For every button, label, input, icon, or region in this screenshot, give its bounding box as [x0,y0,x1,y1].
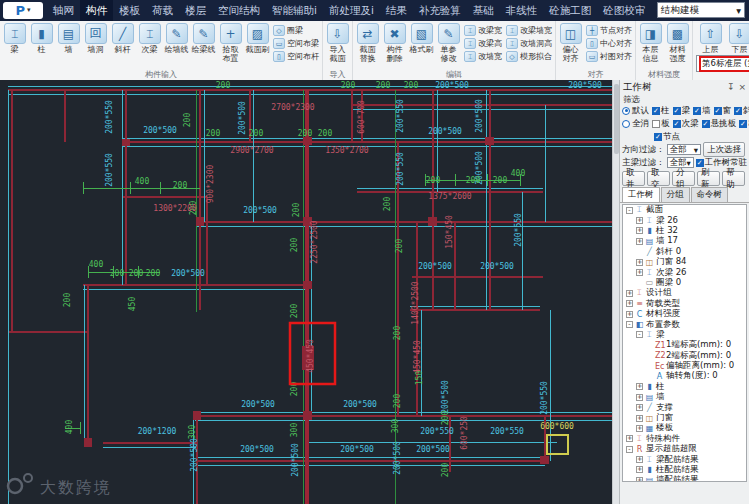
tree-node[interactable]: +C材料强度 [623,309,746,319]
ribbon-button-偏心[interactable]: ◫偏心 对齐 [557,22,584,63]
panel-tab-分组[interactable]: 分组 [661,187,690,202]
tree-expander[interactable]: + [636,456,643,463]
checkbox-节点[interactable]: ✓节点 [654,131,680,143]
panel-button-取交[interactable]: 取交 [647,171,670,186]
tree-node[interactable]: ▭圈梁 0 [623,278,746,288]
ribbon-button-墙[interactable]: ▤墙 [55,22,82,54]
tree-expander[interactable]: + [636,404,643,411]
checkbox-梁[interactable]: ✓梁 [673,105,691,117]
tree-node[interactable]: +▮柱 32 [623,226,746,236]
tree-expander[interactable]: + [636,217,643,224]
ribbon-button-本层[interactable]: ◨本层 信息 [637,22,664,63]
drawing-canvas[interactable]: 200200200200200*500200*500200*550200*500… [0,80,612,504]
tree-expander[interactable]: + [626,311,633,318]
ribbon-button-绘梁线[interactable]: ✎绘梁线 [190,22,217,54]
ribbon-button-衬图对齐[interactable]: ▭衬图对齐 [586,50,632,63]
ribbon-button-空间布杆[interactable]: ▯空间布杆 [273,50,319,63]
menu-tab-1[interactable]: 轴网 [47,0,80,21]
ribbon-button-构件[interactable]: ✖构件 删除 [381,22,408,63]
checkbox-次梁[interactable]: ✓次梁 [673,118,699,130]
ribbon-button-导入[interactable]: ⇩导入 截面 [324,22,351,63]
tree-node[interactable]: +▤墙 17 [623,236,746,246]
tree-expander[interactable]: + [636,238,643,245]
ribbon-button-单参[interactable]: ✎单参 修改 [435,22,462,63]
tree-expander[interactable]: + [626,290,633,297]
radio-默认[interactable]: 默认 [622,105,649,117]
tree-node[interactable]: +╱支撑 [623,402,746,412]
tree-node[interactable]: +◫门窗 [623,413,746,423]
tree-node[interactable]: +⌶次梁 26 [623,267,746,277]
ribbon-button-绘墙线[interactable]: ✎绘墙线 [163,22,190,54]
tree-expander[interactable]: + [636,394,643,401]
menu-tab-8[interactable]: 前处理及i [323,0,380,21]
radio-全消[interactable]: 全消 [622,118,649,130]
tree-expander[interactable]: - [626,321,633,328]
tree-node[interactable]: +⌶梁 26 [623,215,746,225]
panel-button-刷新[interactable]: 刷新 [697,171,720,186]
ribbon-button-模形拟合[interactable]: ◇模形拟合 [506,50,552,63]
menu-tab-10[interactable]: 补充验算 [413,0,467,21]
panel-tab-命令树[interactable]: 命令树 [691,187,729,202]
ribbon-button-改墙洞高[interactable]: ⌶改墙洞高 [506,37,552,50]
menu-tab-9[interactable]: 结果 [380,0,413,21]
ribbon-button-中心对齐[interactable]: ▯中心对齐 [586,37,632,50]
panel-tab-工作树[interactable]: 工作树 [622,187,660,202]
ribbon-button-截面[interactable]: ⇄截面 替换 [354,22,381,63]
tree-expander[interactable]: + [636,269,643,276]
ribbon-button-墙洞[interactable]: 回墙洞 [82,22,109,54]
ribbon-button-次梁[interactable]: ⌶次梁 [136,22,163,54]
tree-node[interactable]: +⌶设计组 [623,288,746,298]
tree-expander[interactable]: + [626,435,633,442]
tree-node[interactable]: -⌶截面 [623,205,746,215]
tree-expander[interactable]: + [636,415,643,422]
ribbon-button-梁[interactable]: ⌶梁 [1,22,28,54]
tree-node[interactable]: +▤墙 [623,392,746,402]
ribbon-button-改墙宽[interactable]: ⌶改墙宽 [464,50,502,63]
panel-button-帮助[interactable]: 帮助 [722,171,745,186]
menu-tab-12[interactable]: 非线性 [500,0,544,21]
checkbox-悬挑板[interactable]: ✓悬挑板 [702,118,737,130]
tree-node[interactable]: -◧布置参数 [623,319,746,329]
mode-selector[interactable]: 结构建模 ▾ [657,2,745,18]
pin-icon[interactable]: ↧ [727,82,735,92]
menu-tab-4[interactable]: 荷载 [146,0,179,21]
tree-expander[interactable]: + [636,259,643,266]
ribbon-button-圈梁[interactable]: ◇圈梁 [273,24,319,37]
tree-node[interactable]: +▮柱 [623,382,746,392]
checkbox-窗[interactable]: ✓窗 [714,105,732,117]
tree-expander[interactable]: + [636,383,643,390]
menu-tab-6[interactable]: 空间结构 [212,0,266,21]
tree-expander[interactable]: + [626,300,633,307]
ribbon-button-斜杆[interactable]: ╱斜杆 [109,22,136,54]
floor-button-下层[interactable]: ⇩下层 [725,22,749,54]
panel-button-取并[interactable]: 取并 [622,171,645,186]
ribbon-button-材料[interactable]: ▩材料 强度 [664,22,691,63]
checkbox-板洞[interactable]: ✓板洞 [739,118,749,130]
menu-tab-7[interactable]: 智能辅助i [266,0,323,21]
last-select-button[interactable]: 上次选择 [703,142,745,157]
direction-filter-select[interactable]: 全部 ▾ [667,144,702,155]
ribbon-button-截面刷[interactable]: ▨截面刷 [244,22,271,54]
menu-tab-5[interactable]: 楼层 [179,0,212,21]
checkbox-板[interactable]: 板 [652,118,670,130]
ribbon-button-柱[interactable]: ▮柱 [28,22,55,54]
tree-expander[interactable]: - [626,446,633,453]
tree-node[interactable]: +▤墙配筋结果 [623,475,746,482]
ribbon-button-改梁宽[interactable]: ⌶改梁宽 [464,24,502,37]
menu-tab-14[interactable]: 砼图校审 [597,0,651,21]
menu-tab-13[interactable]: 砼施工图 [543,0,597,21]
checkbox-斜杆[interactable]: ✓斜杆 [734,105,749,117]
tree-expander[interactable]: - [636,331,643,338]
tree-expander[interactable]: - [626,207,633,214]
menu-tab-2[interactable]: 构件 [80,0,113,21]
ribbon-button-空间布梁[interactable]: ▭空间布梁 [273,37,319,50]
canvas-scrollbar[interactable] [612,80,619,504]
tree-expander[interactable]: + [636,425,643,432]
tree-expander[interactable]: + [636,477,643,482]
ribbon-button-格式刷[interactable]: ▧格式刷 [408,22,435,54]
floor-button-上层[interactable]: ⇧上层 [696,22,725,54]
panel-button-分组[interactable]: 分组 [672,171,695,186]
menu-tab-3[interactable]: 楼板 [113,0,146,21]
checkbox-墙[interactable]: ✓墙 [693,105,711,117]
menu-tab-11[interactable]: 基础 [467,0,500,21]
